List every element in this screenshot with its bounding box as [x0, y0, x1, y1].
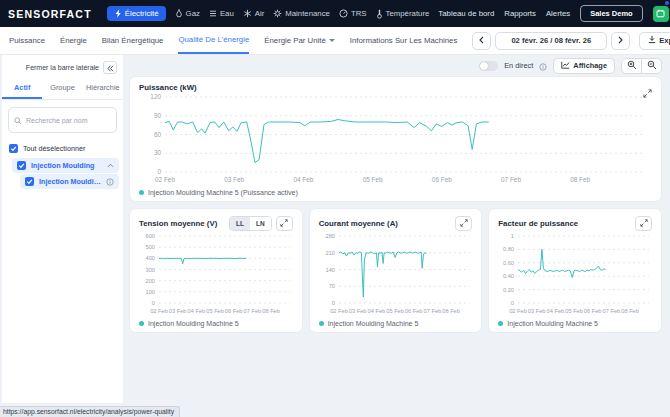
svg-text:90: 90 [154, 112, 162, 119]
power-line-chart[interactable]: 030609012002 Feb03 Feb04 Feb05 Feb06 Feb… [139, 92, 652, 188]
nav-item-label: Gaz [186, 9, 200, 18]
power-chart-card: Puissance (kW) 030609012002 Feb03 Feb04 … [129, 76, 662, 202]
link-rapports[interactable]: Rapports [504, 9, 536, 18]
voltage-line-chart[interactable]: 010020030040050060002 Feb03 Feb04 Feb05 … [139, 231, 293, 319]
power-chart-legend: Injection Moulding Machine 5 (Puissance … [139, 189, 652, 196]
nav-item-air[interactable]: Air [243, 9, 265, 18]
group-checkbox[interactable] [17, 161, 26, 170]
search-input[interactable] [26, 117, 111, 124]
charts-panel: En direct Affichage Puissance (kW) 03060… [123, 55, 670, 417]
svg-text:04 Feb: 04 Feb [367, 308, 385, 314]
tab-energie-par-unite[interactable]: Énergie Par Unité [264, 27, 335, 54]
power-chart-title: Puissance (kW) [139, 83, 652, 92]
svg-text:280: 280 [325, 233, 335, 239]
collapse-sidebar-button[interactable] [103, 61, 117, 74]
svg-text:06 Feb: 06 Feb [432, 176, 452, 183]
sidebar-tab-groupe[interactable]: Groupe [42, 79, 82, 99]
sidebar-search[interactable] [8, 107, 117, 133]
current-chart-title: Courant moyenne (A) [319, 219, 452, 228]
date-next-button[interactable] [611, 32, 630, 50]
svg-text:03 Feb: 03 Feb [349, 308, 367, 314]
live-toggle[interactable] [479, 61, 498, 71]
svg-text:07 Feb: 07 Feb [501, 176, 521, 183]
sidebar-tab-actif[interactable]: Actif [2, 79, 42, 99]
air-icon [243, 9, 252, 18]
legend-dot [319, 321, 324, 326]
deselect-all-label: Tout désélectionner [23, 144, 85, 153]
nav-item-temperature[interactable]: Température [376, 9, 430, 19]
nav-item-label: Maintenance [285, 9, 330, 18]
svg-text:60: 60 [154, 131, 162, 138]
maintenance-icon [273, 9, 282, 18]
double-chevron-left-icon [107, 60, 114, 75]
display-options-button[interactable]: Affichage [553, 58, 615, 74]
nav-item-electricite[interactable]: Électricité [107, 6, 166, 21]
info-icon[interactable] [106, 178, 114, 186]
voltage-chart-legend: Injection Moulding Machine 5 [139, 320, 293, 327]
svg-text:500: 500 [146, 244, 156, 250]
nav-item-maintenance[interactable]: Maintenance [273, 9, 330, 18]
ln-option[interactable]: LN [250, 217, 271, 230]
svg-text:600: 600 [146, 233, 156, 239]
collapse-sidebar-label: Fermer la barre latérale [26, 64, 99, 71]
zoom-out-icon [647, 58, 657, 73]
svg-text:100: 100 [146, 289, 156, 295]
chevron-down-icon [329, 39, 335, 42]
export-button[interactable]: Exportation [639, 32, 670, 50]
svg-text:08 Feb: 08 Feb [262, 308, 280, 314]
svg-text:0: 0 [152, 300, 155, 306]
tree-item-injection-moulding[interactable]: Injection Moulding [12, 158, 119, 173]
power-factor-chart-card: Facteur de puissance 00.200.400.600.8010… [488, 208, 662, 333]
tab-puissance[interactable]: Puissance [9, 27, 45, 54]
section-tabbar: Puissance Énergie Bilan Énergétique Qual… [0, 27, 670, 55]
top-navbar: SENSORFACT Électricité Gaz Eau Air Maint… [0, 0, 670, 27]
date-prev-button[interactable] [472, 32, 491, 50]
calendar-button[interactable] [653, 6, 669, 22]
svg-text:04 Feb: 04 Feb [547, 308, 565, 314]
machine-checkbox[interactable] [25, 177, 34, 186]
tree-item-injection-moulding-machine-5[interactable]: Injection Moulding Machine 5 [20, 174, 119, 189]
nav-item-trs[interactable]: TRS [339, 9, 367, 18]
sidebar-tab-hierarchie[interactable]: Hiérarchie [83, 79, 123, 99]
expand-button[interactable] [455, 216, 472, 231]
svg-text:04 Feb: 04 Feb [188, 308, 206, 314]
sales-demo-button[interactable]: Sales Demo [580, 5, 643, 22]
current-line-chart[interactable]: 07014021028002 Feb03 Feb04 Feb05 Feb06 F… [319, 231, 473, 319]
expand-button[interactable] [276, 216, 293, 231]
ll-ln-toggle: LL LN [229, 216, 272, 231]
expand-icon[interactable] [643, 84, 652, 102]
svg-text:02 Feb: 02 Feb [150, 308, 168, 314]
nav-item-label: Température [386, 9, 430, 18]
power-factor-line-chart[interactable]: 00.200.400.600.80102 Feb03 Feb04 Feb05 F… [498, 231, 652, 319]
toggle-knob [480, 62, 488, 70]
tab-bilan-energetique[interactable]: Bilan Énergétique [102, 27, 164, 54]
deselect-all-checkbox[interactable] [9, 144, 18, 153]
nav-item-gaz[interactable]: Gaz [175, 9, 200, 18]
tab-infos-machines[interactable]: Informations Sur Les Machines [350, 27, 457, 54]
nav-item-eau[interactable]: Eau [209, 9, 234, 18]
ll-option[interactable]: LL [230, 217, 250, 230]
svg-text:400: 400 [146, 255, 156, 261]
machine-sidebar: Fermer la barre latérale Actif Groupe Hi… [2, 55, 123, 403]
tree-item-label: Injection Moulding Machine 5 [39, 177, 101, 186]
svg-text:07 Feb: 07 Feb [244, 308, 262, 314]
legend-label: Injection Moulding Machine 5 [328, 320, 419, 327]
link-tableau-de-bord[interactable]: Tableau de bord [438, 9, 494, 18]
legend-label: Injection Moulding Machine 5 [148, 320, 239, 327]
zoom-in-button[interactable] [621, 58, 642, 74]
svg-text:210: 210 [325, 250, 335, 256]
date-range-button[interactable]: 02 févr. 26 / 08 févr. 26 [495, 32, 607, 50]
link-alertes[interactable]: Alertes [546, 9, 570, 18]
tree-item-label: Injection Moulding [31, 161, 94, 170]
chevron-up-icon[interactable] [107, 163, 114, 168]
info-icon[interactable] [539, 57, 547, 75]
expand-button[interactable] [635, 216, 652, 231]
tab-qualite-energie[interactable]: Qualité De L'énergie [178, 27, 249, 54]
search-icon [14, 111, 22, 129]
voltage-chart-title: Tension moyenne (V) [139, 219, 225, 228]
zoom-out-button[interactable] [641, 58, 662, 74]
svg-text:03 Feb: 03 Feb [528, 308, 546, 314]
svg-text:08 Feb: 08 Feb [570, 176, 590, 183]
svg-text:06 Feb: 06 Feb [405, 308, 423, 314]
tab-energie[interactable]: Énergie [60, 27, 87, 54]
